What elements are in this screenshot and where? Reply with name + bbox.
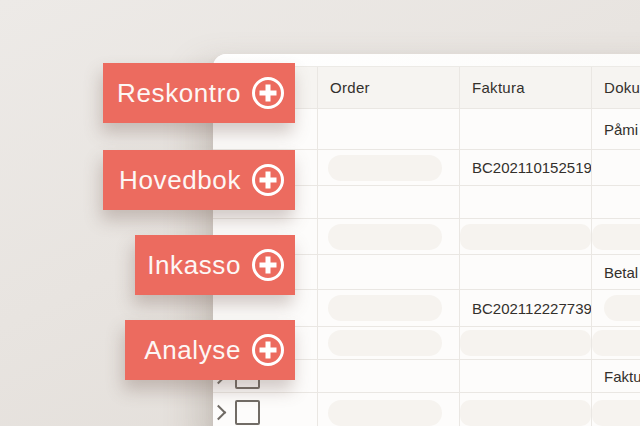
analyse-label: Analyse [144,335,241,366]
row-checkbox[interactable] [235,400,260,425]
faktura-cell: BC202110152519 [460,150,592,185]
skeleton-pill [328,155,442,181]
skeleton-pill [460,400,591,426]
skeleton-pill [604,295,640,321]
hovedbok-label: Hovedbok [119,165,241,196]
column-header-dokument: Doku [592,67,640,108]
skeleton-pill [460,330,591,356]
reskontro-module-button[interactable]: Reskontro [103,63,295,123]
table-row [213,393,640,426]
skeleton-pill [592,400,640,426]
skeleton-pill [460,224,591,250]
plus-circle-icon [252,334,284,366]
hovedbok-module-button[interactable]: Hovedbok [103,150,295,210]
inkasso-module-button[interactable]: Inkasso [135,235,295,295]
dokument-cell: Betal [592,255,640,289]
inkasso-label: Inkasso [147,250,241,281]
skeleton-pill [328,400,442,426]
faktura-cell: BC202112227739 [460,290,592,326]
plus-circle-icon [252,164,284,196]
marketing-illustration: Order Faktura Doku Påmi BC202110152519 [0,0,640,426]
analyse-module-button[interactable]: Analyse [125,320,295,380]
dokument-cell: Faktu [592,360,640,392]
skeleton-pill [592,224,640,250]
skeleton-pill [328,330,442,356]
dokument-cell: Påmi [592,109,640,149]
plus-circle-icon [252,77,284,109]
plus-circle-icon [252,249,284,281]
skeleton-pill [328,224,442,250]
skeleton-pill [592,330,640,356]
reskontro-label: Reskontro [117,78,241,109]
column-header-order: Order [318,67,460,108]
row-expander-chevron-icon[interactable] [213,405,226,421]
skeleton-pill [328,295,442,321]
column-header-faktura: Faktura [460,67,592,108]
